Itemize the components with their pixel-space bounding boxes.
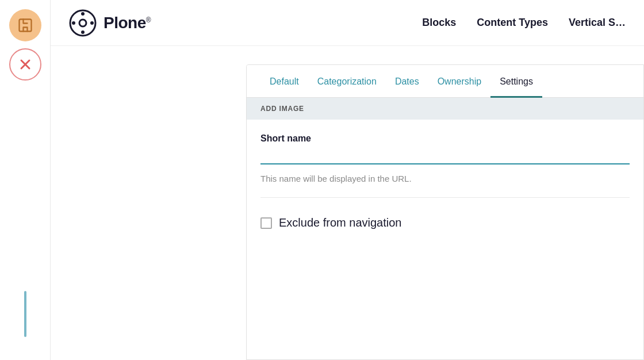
nav-item-content-types[interactable]: Content Types — [477, 17, 548, 29]
main-content: Plone® Blocks Content Types Vertical S… … — [51, 0, 644, 360]
logo-text: Plone® — [103, 14, 151, 32]
tab-ownership[interactable]: Ownership — [428, 65, 490, 98]
tab-categorization[interactable]: Categorization — [308, 65, 386, 98]
svg-point-8 — [90, 21, 94, 25]
exclude-nav-label: Exclude from navigation — [279, 216, 401, 229]
field-divider — [260, 197, 630, 198]
header: Plone® Blocks Content Types Vertical S… — [51, 0, 644, 46]
nav-item-vertical-s[interactable]: Vertical S… — [569, 17, 626, 29]
form-content: Short name This name will be displayed i… — [247, 120, 643, 243]
exclude-nav-row: Exclude from navigation — [260, 216, 630, 229]
short-name-label: Short name — [260, 133, 630, 144]
tab-settings[interactable]: Settings — [490, 65, 542, 98]
svg-rect-0 — [19, 20, 31, 32]
svg-point-6 — [81, 30, 85, 34]
short-name-input[interactable] — [260, 151, 630, 160]
plone-logo-icon — [69, 9, 97, 37]
sidebar-accent — [24, 291, 26, 337]
content-area: Default Categorization Dates Ownership S… — [51, 46, 644, 360]
section-header: ADD IMAGE — [247, 98, 643, 120]
svg-point-7 — [72, 21, 75, 25]
tab-dates[interactable]: Dates — [386, 65, 428, 98]
logo: Plone® — [69, 9, 422, 37]
svg-point-5 — [81, 12, 85, 16]
form-panel: Default Categorization Dates Ownership S… — [246, 64, 644, 360]
nav-item-blocks[interactable]: Blocks — [422, 17, 456, 29]
sidebar — [0, 0, 51, 360]
svg-point-4 — [79, 20, 86, 26]
main-nav: Blocks Content Types Vertical S… — [422, 17, 626, 29]
short-name-input-wrapper[interactable] — [260, 151, 630, 164]
cancel-button[interactable] — [9, 48, 41, 81]
tabs-bar: Default Categorization Dates Ownership S… — [247, 65, 643, 98]
save-button[interactable] — [9, 9, 41, 41]
short-name-hint: This name will be displayed in the URL. — [260, 174, 630, 183]
exclude-nav-checkbox[interactable] — [260, 217, 272, 229]
tab-default[interactable]: Default — [260, 65, 308, 98]
